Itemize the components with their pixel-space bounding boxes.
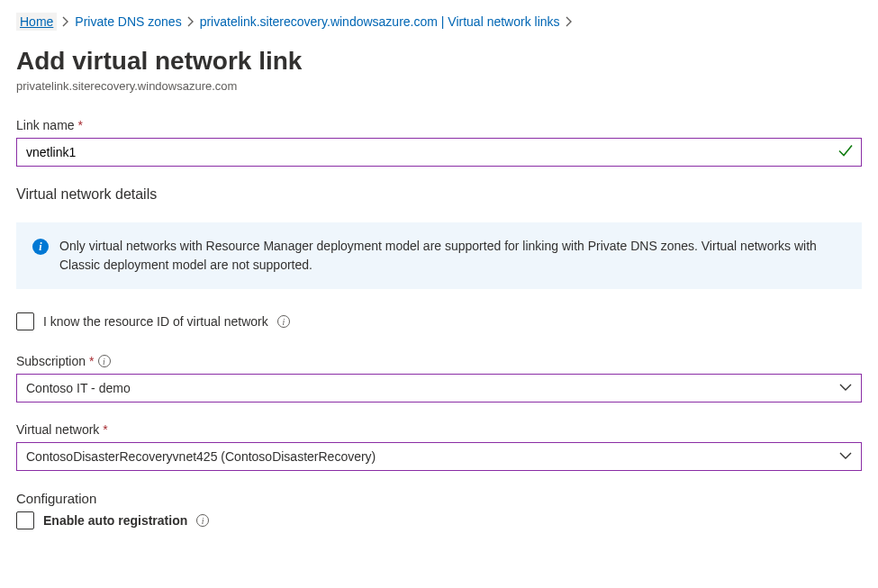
- know-resource-id-label: I know the resource ID of virtual networ…: [43, 314, 268, 329]
- page-subtitle: privatelink.siterecovery.windowsazure.co…: [16, 79, 862, 93]
- link-name-input[interactable]: [16, 138, 862, 167]
- vnet-details-heading: Virtual network details: [16, 186, 862, 203]
- info-text: Only virtual networks with Resource Mana…: [59, 237, 846, 275]
- subscription-label: Subscription * i: [16, 354, 862, 368]
- required-asterisk: *: [89, 354, 94, 368]
- auto-registration-label: Enable auto registration: [43, 513, 187, 528]
- vnet-dropdown[interactable]: ContosoDisasterRecoveryvnet425 (ContosoD…: [16, 442, 862, 471]
- page-title: Add virtual network link: [16, 47, 862, 76]
- know-resource-id-checkbox[interactable]: [16, 312, 34, 330]
- help-icon[interactable]: i: [277, 315, 290, 328]
- chevron-right-icon: [62, 16, 69, 27]
- vnet-label: Virtual network *: [16, 422, 862, 437]
- link-name-label: Link name *: [16, 118, 862, 132]
- required-asterisk: *: [103, 422, 107, 437]
- vnet-value: ContosoDisasterRecoveryvnet425 (ContosoD…: [26, 449, 376, 464]
- checkmark-icon: [838, 145, 853, 160]
- breadcrumb: Home Private DNS zones privatelink.siter…: [16, 13, 862, 31]
- subscription-dropdown[interactable]: Contoso IT - demo: [16, 374, 862, 403]
- info-box: i Only virtual networks with Resource Ma…: [16, 222, 862, 289]
- chevron-right-icon: [187, 16, 195, 27]
- breadcrumb-zones[interactable]: Private DNS zones: [75, 14, 181, 29]
- breadcrumb-home[interactable]: Home: [16, 13, 57, 31]
- breadcrumb-zone-detail[interactable]: privatelink.siterecovery.windowsazure.co…: [200, 14, 560, 29]
- help-icon[interactable]: i: [98, 355, 111, 367]
- help-icon[interactable]: i: [196, 514, 209, 527]
- subscription-value: Contoso IT - demo: [26, 381, 131, 395]
- configuration-heading: Configuration: [16, 491, 862, 506]
- chevron-down-icon: [839, 452, 852, 461]
- auto-registration-checkbox[interactable]: [16, 511, 34, 529]
- chevron-down-icon: [839, 384, 852, 393]
- required-asterisk: *: [78, 118, 83, 132]
- info-icon: i: [32, 239, 49, 255]
- chevron-right-icon: [566, 16, 573, 27]
